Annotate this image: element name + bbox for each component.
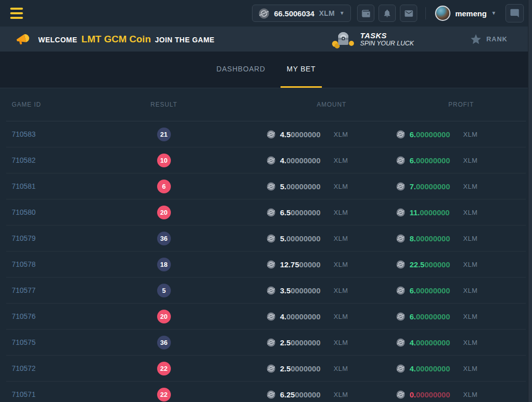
profit-main: 0. (410, 390, 416, 399)
table-row[interactable]: 710582 10 4.00000000 XLM 6.00000000 XLM (6, 147, 526, 173)
amount-main: 5. (280, 182, 287, 191)
user-menu[interactable]: memeng ▼ (435, 6, 496, 21)
profit-zeros: 00000000 (416, 182, 450, 191)
profit-zeros: 00000000 (416, 234, 450, 243)
currency-label: XLM (463, 365, 477, 372)
profit-cell: 6.00000000 XLM (396, 130, 526, 139)
wallet-icon (361, 9, 371, 18)
currency-label: XLM (463, 287, 477, 294)
result-badge: 5 (157, 284, 171, 297)
profit-zeros: 00000000 (416, 338, 450, 347)
table-row[interactable]: 710575 36 2.50000000 XLM 4.00000000 XLM (6, 330, 526, 356)
profit-cell: 11.0000000 XLM (396, 208, 526, 217)
balance-selector[interactable]: 66.5006034 XLM ▼ (252, 5, 351, 22)
currency-label: XLM (463, 131, 477, 138)
amount-cell: 12.7500000 XLM (267, 260, 396, 269)
stellar-coin-icon (267, 390, 275, 399)
profit-zeros: 00000000 (416, 130, 450, 139)
amount-zeros: 00000000 (287, 312, 321, 321)
amount-zeros: 0000000 (291, 208, 320, 217)
table-row[interactable]: 710572 22 2.50000000 XLM 4.00000000 XLM (6, 356, 526, 382)
table-row[interactable]: 710577 5 3.50000000 XLM 6.00000000 XLM (6, 278, 526, 304)
amount-zeros: 0000000 (291, 338, 320, 347)
stellar-coin-icon (396, 364, 405, 373)
amount-zeros: 00000 (299, 260, 321, 269)
star-icon (470, 33, 482, 45)
game-id: 710571 (12, 390, 36, 398)
messages-button[interactable] (400, 5, 417, 22)
table-row[interactable]: 710580 20 6.50000000 XLM 11.0000000 XLM (6, 199, 526, 225)
game-id: 710581 (12, 182, 36, 190)
table-row[interactable]: 710571 22 6.25000000 XLM 0.00000000 XLM (6, 382, 526, 402)
tab-my-bet[interactable]: MY BET (281, 52, 322, 88)
megaphone-icon (15, 32, 31, 47)
table-row[interactable]: 710581 6 5.00000000 XLM 7.00000000 XLM (6, 173, 526, 199)
stellar-coin-icon (396, 312, 405, 321)
stellar-coin-icon (267, 156, 275, 165)
stellar-coin-icon (396, 182, 405, 191)
currency-label: XLM (334, 235, 348, 242)
stellar-coin-icon (396, 338, 405, 347)
chat-toggle-button[interactable] (505, 4, 524, 22)
profit-zeros: 00000000 (416, 156, 450, 165)
stellar-coin-icon (267, 260, 275, 269)
stellar-coin-icon (267, 130, 275, 139)
amount-main: 6.25 (280, 390, 295, 399)
header-amount: AMOUNT (267, 101, 396, 108)
stellar-coin-icon (267, 312, 275, 321)
currency-label: XLM (334, 365, 348, 372)
tasks-title: TASKS (360, 31, 414, 40)
currency-label: XLM (334, 391, 348, 398)
navbar-divider (425, 7, 426, 19)
top-navbar: 66.5006034 XLM ▼ memeng ▼ (0, 0, 532, 27)
mail-icon (404, 9, 414, 18)
profit-cell: 4.00000000 XLM (396, 364, 526, 373)
profit-main: 4. (410, 338, 416, 347)
game-id: 710583 (12, 130, 36, 138)
tasks-shortcut[interactable]: TASKS SPIN YOUR LUCK (332, 30, 414, 48)
table-row[interactable]: 710579 36 5.00000000 XLM 8.00000000 XLM (6, 225, 526, 252)
profit-zeros: 00000000 (416, 286, 450, 295)
amount-zeros: 00000000 (287, 182, 321, 191)
profit-cell: 6.00000000 XLM (396, 156, 526, 165)
currency-label: XLM (334, 287, 348, 294)
currency-label: XLM (463, 313, 477, 320)
stellar-coin-icon (396, 208, 405, 217)
wallet-button[interactable] (357, 5, 374, 22)
result-badge: 36 (157, 232, 171, 245)
tab-dashboard[interactable]: DASHBOARD (210, 52, 271, 88)
stellar-coin-icon (267, 364, 275, 373)
game-id: 710582 (12, 156, 36, 164)
table-row[interactable]: 710578 18 12.7500000 XLM 22.5000000 XLM (6, 252, 526, 278)
hamburger-menu-icon[interactable] (10, 8, 23, 19)
table-row[interactable]: 710576 20 4.00000000 XLM 6.00000000 XLM (6, 304, 526, 330)
profit-zeros: 00000000 (416, 312, 450, 321)
stellar-coin-icon (267, 182, 275, 191)
amount-cell: 5.00000000 XLM (267, 182, 396, 191)
header-profit: PROFIT (396, 101, 526, 108)
rank-shortcut[interactable]: RANK (470, 33, 508, 45)
amount-zeros: 0000000 (291, 286, 320, 295)
side-panel-edge[interactable] (528, 0, 532, 402)
result-badge: 22 (157, 388, 171, 401)
currency-label: XLM (463, 339, 477, 346)
game-id: 710577 (12, 286, 36, 294)
result-badge: 20 (157, 206, 171, 219)
table-body: 710583 21 4.50000000 XLM 6.00000000 XLM (6, 121, 526, 402)
profit-cell: 4.00000000 XLM (396, 338, 526, 347)
amount-cell: 4.00000000 XLM (267, 312, 396, 321)
stellar-coin-icon (267, 338, 275, 347)
bell-icon (383, 9, 392, 18)
profit-cell: 0.00000000 XLM (396, 390, 526, 399)
amount-cell: 2.50000000 XLM (267, 364, 396, 373)
notifications-button[interactable] (378, 5, 396, 22)
profit-main: 7. (410, 182, 416, 191)
game-id: 710576 (12, 312, 36, 320)
result-badge: 36 (157, 336, 171, 349)
table-header: GAME ID RESULT AMOUNT PROFIT (6, 88, 526, 121)
stellar-coin-icon (267, 234, 275, 243)
chevron-down-icon: ▼ (340, 11, 345, 16)
stellar-coin-icon (267, 208, 275, 217)
currency-label: XLM (334, 339, 348, 346)
table-row[interactable]: 710583 21 4.50000000 XLM 6.00000000 XLM (6, 121, 526, 147)
